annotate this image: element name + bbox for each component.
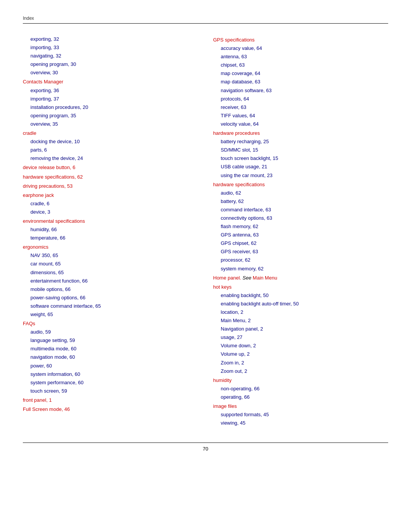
index-item: USB cable usage, 21 (213, 163, 388, 171)
index-heading: hardware specifications, 62 (23, 173, 198, 181)
index-item: enabling backlight auto-off timer, 50 (213, 300, 388, 308)
index-item: battery recharging, 25 (213, 137, 388, 146)
page-footer: 70 (23, 443, 388, 452)
index-item: installation procedures, 20 (23, 103, 198, 112)
index-item: GPS antenna, 63 (213, 231, 388, 239)
index-heading: cradle (23, 129, 198, 137)
index-item: using the car mount, 23 (213, 171, 388, 180)
index-item: Volume up, 2 (213, 350, 388, 358)
index-item: chipset, 63 (213, 61, 388, 69)
left-column: exporting, 32importing, 33navigating, 32… (23, 35, 198, 427)
index-item: power, 60 (23, 362, 198, 370)
index-item: removing the device, 24 (23, 154, 198, 163)
index-item: touch screen backlight, 15 (213, 154, 388, 163)
index-item: battery, 62 (213, 197, 388, 206)
index-heading: driving precautions, 53 (23, 182, 198, 190)
index-item: viewing, 45 (213, 419, 388, 427)
index-item: operating, 66 (213, 393, 388, 401)
index-item: navigation mode, 60 (23, 353, 198, 361)
index-item: opening program, 35 (23, 112, 198, 120)
index-item: audio, 59 (23, 328, 198, 336)
index-item: protocols, 64 (213, 95, 388, 103)
index-item: touch screen, 59 (23, 387, 198, 395)
index-item: dimensions, 65 (23, 268, 198, 277)
index-heading: hardware specifications (213, 181, 388, 189)
index-item: system memory, 62 (213, 265, 388, 273)
index-item: system information, 60 (23, 370, 198, 379)
index-item: language setting, 59 (23, 336, 198, 345)
index-item: receiver, 63 (213, 103, 388, 112)
index-heading: humidity (213, 376, 388, 385)
index-heading: Contacts Manager (23, 78, 198, 86)
index-item: parts, 6 (23, 146, 198, 154)
index-item: overview, 35 (23, 120, 198, 128)
index-heading: GPS specifications (213, 36, 388, 44)
index-item: exporting, 32 (23, 35, 198, 43)
index-item: device, 3 (23, 208, 198, 216)
index-item: flash memory, 62 (213, 222, 388, 231)
index-heading: FAQs (23, 320, 198, 328)
index-item: power-saving options, 66 (23, 294, 198, 302)
index-item: usage, 27 (213, 333, 388, 342)
index-item: accuracy value, 64 (213, 44, 388, 53)
index-item: Volume down, 2 (213, 342, 388, 350)
index-item: Main Menu, 2 (213, 316, 388, 325)
index-item: temperature, 66 (23, 234, 198, 242)
index-heading: front panel, 1 (23, 396, 198, 404)
index-item: mobile options, 66 (23, 285, 198, 294)
index-item: velocity value, 64 (213, 120, 388, 128)
index-item: processor, 62 (213, 256, 388, 264)
index-item: system performance, 60 (23, 379, 198, 387)
index-item: enabling backlight, 50 (213, 291, 388, 300)
index-item: importing, 33 (23, 43, 198, 52)
index-item: multimedia mode, 60 (23, 345, 198, 353)
index-item: command interface, 63 (213, 206, 388, 214)
index-item: navigating, 32 (23, 52, 198, 60)
index-item: Zoom in, 2 (213, 359, 388, 367)
index-item: GPS receiver, 63 (213, 248, 388, 256)
index-item: docking the device, 10 (23, 137, 198, 146)
index-heading: ergonomics (23, 243, 198, 251)
index-heading-see: Home panel. See Main Menu (213, 274, 388, 282)
index-heading: device release button, 6 (23, 163, 198, 172)
index-item: navigation software, 63 (213, 86, 388, 95)
index-item: overview, 30 (23, 69, 198, 77)
index-heading: Full Screen mode, 46 (23, 405, 198, 414)
index-heading: hardware procedures (213, 129, 388, 137)
index-item: weight, 65 (23, 310, 198, 319)
index-item: NAV 350, 65 (23, 251, 198, 260)
page-number: 70 (203, 446, 208, 452)
index-item: antenna, 63 (213, 53, 388, 61)
page-header: Index (23, 15, 388, 24)
index-item: Zoom out, 2 (213, 367, 388, 375)
index-heading: earphone jack (23, 191, 198, 200)
content-area: exporting, 32importing, 33navigating, 32… (23, 35, 388, 427)
index-heading: hot keys (213, 283, 388, 291)
index-item: TIFF values, 64 (213, 112, 388, 120)
index-item: humidity, 66 (23, 225, 198, 234)
index-item: software command interface, 65 (23, 302, 198, 310)
index-item: exporting, 36 (23, 86, 198, 95)
index-item: cradle, 6 (23, 200, 198, 208)
index-item: importing, 37 (23, 95, 198, 103)
index-item: map database, 63 (213, 78, 388, 86)
index-item: location, 2 (213, 308, 388, 316)
index-heading: image files (213, 402, 388, 411)
index-item: GPS chipset, 62 (213, 239, 388, 248)
index-item: audio, 62 (213, 189, 388, 197)
header-label: Index (23, 16, 34, 21)
index-item: car mount, 65 (23, 260, 198, 268)
index-item: Navigation panel, 2 (213, 325, 388, 333)
index-item: entertainment function, 66 (23, 277, 198, 285)
index-item: connectivity options, 63 (213, 214, 388, 222)
index-item: non-operating, 66 (213, 385, 388, 393)
index-item: opening program, 30 (23, 60, 198, 69)
right-column: GPS specificationsaccuracy value, 64ante… (213, 35, 388, 427)
index-item: SD/MMC slot, 15 (213, 146, 388, 154)
index-item: map coverage, 64 (213, 69, 388, 78)
index-item: supported formats, 45 (213, 411, 388, 419)
index-heading: environmental specifications (23, 217, 198, 225)
